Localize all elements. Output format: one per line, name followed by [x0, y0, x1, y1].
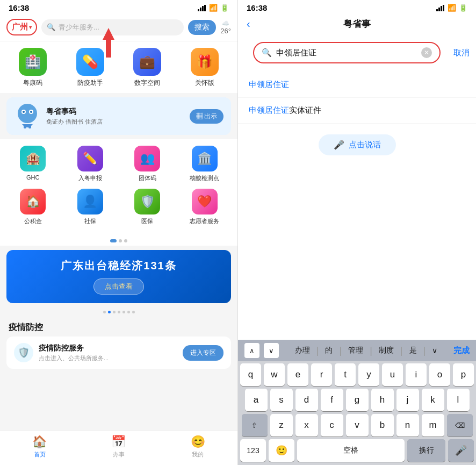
search-bar-right[interactable]: 🔍 申领居住证 ✕: [253, 42, 441, 63]
suggestion-3[interactable]: 管理: [348, 346, 363, 355]
promo-btn[interactable]: 点击查看: [93, 278, 144, 295]
key-d[interactable]: d: [295, 389, 318, 411]
search-results: 申领居住证 申领居住证实体证件: [238, 72, 476, 124]
search-result-1[interactable]: 申领居住证: [238, 72, 476, 98]
key-c[interactable]: c: [321, 414, 343, 437]
backspace-key[interactable]: ⌫: [447, 414, 473, 437]
key-v[interactable]: v: [346, 414, 369, 437]
suggestion-5[interactable]: 是: [409, 346, 417, 355]
suggestion-2[interactable]: 的: [325, 346, 333, 355]
service-tuanti[interactable]: 👥 团体码: [126, 146, 169, 182]
status-bar-right: 16:38 📶 🔋: [238, 0, 476, 15]
quick-icons-row: 🏥 粤康码 💊 防疫助手 💼 数字空间 🎁 关怀版: [0, 41, 237, 93]
service-ruyue[interactable]: ✏️ 入粤申报: [69, 146, 112, 182]
weather-temp: 26°: [220, 27, 231, 35]
home-label: 首页: [34, 450, 46, 459]
service-ghc[interactable]: 🏨 GHC: [11, 146, 54, 182]
key-j[interactable]: j: [396, 389, 419, 411]
key-f[interactable]: f: [321, 389, 343, 411]
quick-icon-care[interactable]: 🎁 关怀版: [186, 48, 223, 88]
key-y[interactable]: y: [358, 363, 379, 386]
quick-icon-yuekangma[interactable]: 🏥 粤康码: [14, 48, 52, 88]
zhiyuan-icon: ❤️: [192, 189, 218, 214]
key-r[interactable]: r: [311, 363, 332, 386]
key-i[interactable]: i: [406, 363, 427, 386]
banner-card[interactable]: 粤省事码 免证办 借图书 住酒店 ▦ 出示: [6, 97, 231, 135]
result-1-text: 申领居住证: [249, 80, 289, 89]
enter-zone-btn[interactable]: 进入专区: [183, 345, 223, 361]
key-a[interactable]: a: [245, 389, 268, 411]
sep-2: |: [339, 345, 342, 356]
mascot: [14, 103, 41, 130]
promo-title: 广东出台稳经济131条: [61, 259, 176, 273]
space-key[interactable]: 空格: [297, 439, 405, 462]
key-b[interactable]: b: [371, 414, 394, 437]
key-q[interactable]: q: [240, 363, 261, 386]
search-result-2[interactable]: 申领居住证实体证件: [238, 98, 476, 124]
promo-dots: [0, 307, 237, 317]
return-key[interactable]: 换行: [407, 439, 445, 462]
chevron-down-icon[interactable]: ∨: [432, 346, 437, 355]
key-z[interactable]: z: [270, 414, 293, 437]
search-bar-container: 🔍 申领居住证 ✕ 取消: [238, 35, 476, 72]
key-l[interactable]: l: [447, 389, 470, 411]
banner-show-btn[interactable]: ▦ 出示: [190, 109, 223, 124]
section-title: 疫情防控: [0, 317, 237, 337]
service-shebao[interactable]: 👤 社保: [69, 189, 112, 225]
back-button[interactable]: ‹: [247, 18, 250, 30]
key-o[interactable]: o: [429, 363, 450, 386]
key-u[interactable]: u: [382, 363, 403, 386]
search-button[interactable]: 搜索: [188, 20, 216, 35]
service-card-pandemic[interactable]: 🛡️ 疫情防控服务 点击进入、公共场所服务... 进入专区: [6, 337, 231, 369]
left-phone: 16:38 📶 🔋 广州 ▾ 🔍 青少年服务... 搜索 ☁️ 26°: [0, 0, 238, 465]
nav-home[interactable]: 🏠 首页: [32, 435, 47, 459]
search-input-right[interactable]: 申领居住证: [276, 48, 417, 58]
weather-icon: ☁️: [222, 20, 229, 27]
mic-key[interactable]: 🎤: [448, 439, 474, 462]
arrow-down-key[interactable]: ∨: [264, 343, 279, 358]
weather-widget: ☁️ 26°: [220, 20, 231, 35]
banner-title: 粤省事码: [46, 107, 190, 117]
fangyi-label: 防疫助手: [77, 78, 103, 88]
ghc-icon: 🏨: [20, 146, 46, 171]
key-t[interactable]: t: [335, 363, 356, 386]
search-clear-button[interactable]: ✕: [421, 47, 432, 58]
nav-mine[interactable]: 😊 我的: [191, 435, 205, 459]
nav-affairs[interactable]: 📅 办事: [111, 435, 126, 459]
search-icon: 🔍: [47, 23, 55, 31]
quick-icon-digital[interactable]: 💼 数字空间: [128, 48, 166, 88]
service-hesuan[interactable]: 🏛️ 核酸检测点: [183, 146, 226, 182]
key-p[interactable]: p: [453, 363, 474, 386]
arrow-up-key[interactable]: ∧: [244, 343, 259, 358]
key-n[interactable]: n: [396, 414, 419, 437]
affairs-label: 办事: [113, 450, 125, 459]
numbers-key[interactable]: 123: [240, 439, 266, 462]
dot-2: [119, 239, 122, 242]
shebao-icon: 👤: [77, 189, 103, 214]
key-x[interactable]: x: [295, 414, 318, 437]
service-zhiyuan[interactable]: ❤️ 志愿者服务: [183, 189, 226, 225]
city-button[interactable]: 广州 ▾: [6, 19, 37, 35]
key-e[interactable]: e: [287, 363, 308, 386]
keyboard[interactable]: ∧ ∨ 办理 | 的 | 管理 | 制度 | 是 | ∨ 完成 q: [238, 340, 476, 465]
shift-key[interactable]: ⇧: [242, 414, 268, 437]
key-m[interactable]: m: [422, 414, 444, 437]
status-icons-left: 📶 🔋: [198, 4, 229, 12]
emoji-key[interactable]: 🙂: [269, 439, 294, 462]
key-h[interactable]: h: [371, 389, 394, 411]
cancel-button[interactable]: 取消: [453, 48, 470, 58]
key-s[interactable]: s: [270, 389, 293, 411]
voice-button[interactable]: 🎤 点击说话: [319, 134, 396, 155]
key-w[interactable]: w: [264, 363, 285, 386]
sep-3: |: [370, 345, 372, 356]
promo-banner[interactable]: 广东出台稳经济131条 点击查看: [6, 250, 231, 303]
suggestion-1[interactable]: 办理: [295, 346, 310, 355]
suggestion-4[interactable]: 制度: [379, 346, 394, 355]
service-gongjijin[interactable]: 🏠 公积金: [11, 189, 54, 225]
mine-label: 我的: [192, 450, 204, 459]
key-k[interactable]: k: [422, 389, 444, 411]
keyboard-done-btn[interactable]: 完成: [453, 346, 470, 356]
wifi-icon-r: 📶: [448, 4, 456, 12]
key-g[interactable]: g: [346, 389, 369, 411]
service-yibao[interactable]: 🛡️ 医保: [126, 189, 169, 225]
